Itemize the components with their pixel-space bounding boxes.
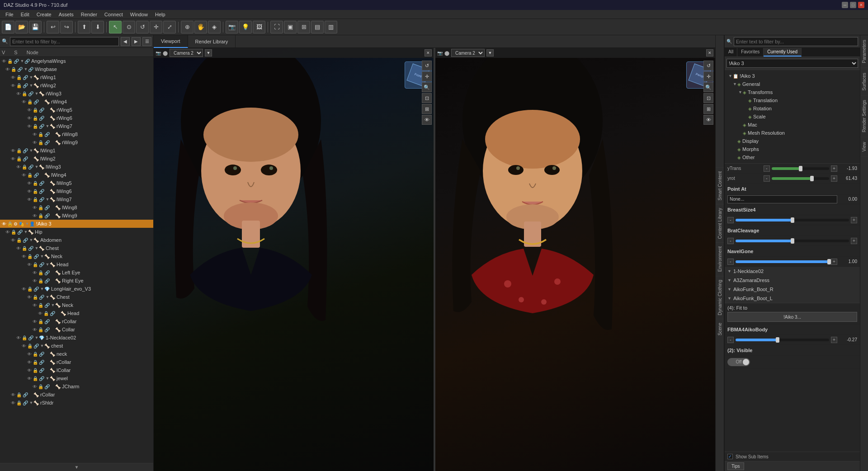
render-preview[interactable]: 🖼 [253,21,265,33]
body-handle[interactable]: 🖐 [194,21,207,33]
tree-item-rcollar[interactable]: 👁🔒🔗 🦴 rCollar [0,317,153,325]
tree-item-rwing5[interactable]: 👁🔒🔗 🦴 rWing5 [0,106,153,114]
params-node-translation[interactable]: ◈ Translation [727,96,857,104]
params-tab-all[interactable]: All [725,48,737,57]
navelgone-minus[interactable]: - [727,259,734,265]
fbma-plus[interactable]: + [831,337,837,343]
tree-item-abdomen[interactable]: 👁🔒🔗 ▼🦴 Abdomen [0,236,153,244]
bratcleavage-track[interactable] [736,240,849,242]
tree-item-longhair[interactable]: 👁🔒🔗 ▼💎 LongHair_evo_V3 [0,285,153,293]
fbma-minus[interactable]: - [727,337,734,343]
vp-frame-right[interactable]: ⊡ [703,93,713,103]
yrot-track[interactable] [772,177,829,180]
rotate-tool[interactable]: ↺ [136,21,149,33]
tree-item-rwing7[interactable]: 👁🔒🔗 ▼🦴 rWing7 [0,122,153,130]
new-button[interactable]: 📄 [2,21,14,33]
import-button[interactable]: ⬆ [78,21,90,33]
tree-item-hip[interactable]: 👁🔒🔗 ▼🦴 Hip [0,228,153,236]
menu-render[interactable]: Render [77,10,101,19]
params-node-general[interactable]: ▼ ◈ General [727,80,857,88]
tab-content-library[interactable]: Content Library [716,204,724,242]
export-button[interactable]: ⬇ [91,21,104,33]
scale-tool[interactable]: ⤢ [163,21,176,33]
params-tab-favorites[interactable]: Favorites [737,48,764,57]
tree-item-neck[interactable]: 👁🔒🔗 ▼🦴 Neck [0,252,153,260]
params-node-morphs[interactable]: ◈ Morphs [727,145,857,153]
minimize-button[interactable]: ─ [842,2,848,8]
vp-zoom-button[interactable]: 🔍 [422,82,432,92]
related-boot-l-header[interactable]: ▼ AikoFunk_Boot_L [725,294,860,303]
camera-select-left[interactable]: Camera 2 [170,49,203,57]
yrot-handle[interactable] [810,176,814,181]
translate-tool[interactable]: ✛ [150,21,162,33]
tree-item-rwing6[interactable]: 👁🔒🔗 🦴 rWing6 [0,114,153,122]
tree-item-rcollar3[interactable]: 👁🔒🔗 🦴 rCollar [0,391,153,399]
create-camera[interactable]: 📷 [226,21,238,33]
visible-toggle[interactable]: Off [727,358,750,366]
undo-button[interactable]: ↩ [47,21,59,33]
tree-item-head[interactable]: 👁🔒🔗 ▼🦴 Head [0,260,153,268]
navelgone-handle[interactable] [827,259,831,264]
ytrans-handle[interactable] [799,166,802,171]
tips-button[interactable]: Tips [727,462,744,470]
tab-scene[interactable]: Scene [716,319,724,339]
menu-connect[interactable]: Connect [101,10,127,19]
universal-tool[interactable]: ⊕ [181,21,193,33]
tree-item-rshldr[interactable]: 👁🔒🔗 ▼🦴 rShldr [0,399,153,407]
vp-close-left[interactable]: ✕ [425,49,432,57]
menu-help[interactable]: Help [151,10,169,19]
tree-item-chest[interactable]: 👁🔒🔗 ▼🦴 Chest [0,244,153,252]
tree-item-righteye[interactable]: 👁🔒🔗 🦴 Right Eye [0,277,153,285]
tree-item-necklace[interactable]: 👁🔒🔗 ▼💎 1-Necklace02 [0,334,153,342]
params-node-other[interactable]: ◈ Other [727,153,857,161]
tree-item-rwing4[interactable]: 👁🔒🔗 🦴 rWing4 [0,98,153,106]
fbma-track[interactable] [736,339,829,341]
tree-item-lcollar2[interactable]: 👁🔒🔗 🦴 lCollar [0,366,153,374]
yrot-minus[interactable]: - [764,175,770,182]
redo-button[interactable]: ↪ [60,21,73,33]
tree-item-lefteye[interactable]: 👁🔒🔗 🦴 Left Eye [0,268,153,277]
scene-menu-button[interactable]: ☰ [142,37,151,46]
select-button[interactable]: ↖ [109,21,122,33]
tree-item-rwing3[interactable]: 👁🔒🔗 ▼🦴 rWing3 [0,89,153,98]
tab-smart-content[interactable]: Smart Content [716,167,724,204]
search-next-button[interactable]: ▶ [132,37,141,46]
navelgone-track[interactable] [736,260,829,263]
tree-item-rcollar2[interactable]: 👁🔒🔗 🦴 rCollar [0,358,153,366]
tab-viewport[interactable]: Viewport [154,35,188,48]
tab-environment[interactable]: Environment [716,242,724,275]
tree-item-chest-n[interactable]: 👁🔒🔗 ▼🦴 chest [0,342,153,350]
menu-window[interactable]: Window [127,10,151,19]
tree-item-neck2[interactable]: 👁🔒🔗 ▼🦴 Neck [0,301,153,309]
params-node-mesh-res[interactable]: ◈ Mesh Resolution [727,129,857,137]
expand-view[interactable]: ⛶ [270,21,283,33]
maximize-button[interactable]: □ [850,2,856,8]
menu-assets[interactable]: Assets [55,10,77,19]
vp-perspective-button[interactable]: 👁 [422,115,432,125]
fbma-handle[interactable] [776,337,779,343]
rtab-render-settings[interactable]: Render Settings [860,95,868,137]
breastsize4-handle[interactable] [791,217,794,223]
bratcleavage-minus[interactable]: - [727,238,734,244]
ytrans-minus[interactable]: - [764,165,770,172]
create-light[interactable]: 💡 [239,21,252,33]
related-zamara-header[interactable]: ▼ A3ZamaraDress [725,276,860,285]
yrot-plus[interactable]: + [831,175,837,182]
tree-item-lwing1[interactable]: 👁🔒🔗 ▼🦴 lWing1 [0,146,153,155]
search-prev-button[interactable]: ◀ [121,37,130,46]
rtab-view[interactable]: View [860,137,868,157]
tree-item-rwing9[interactable]: 👁🔒🔗 🦴 rWing9 [0,138,153,146]
params-node-transforms[interactable]: ▼ ◈ Transforms [727,88,857,96]
rtab-parameters[interactable]: Parameters [860,35,868,68]
ytrans-plus[interactable]: + [831,165,837,172]
tree-item-head2[interactable]: 👁🔒🔗 🦴 Head [0,309,153,317]
breastsize4-track[interactable] [736,219,849,221]
four-view[interactable]: ⊞ [297,21,310,33]
rtab-surfaces[interactable]: Surfaces [860,68,868,95]
params-node-rotation[interactable]: ◈ Rotation [727,104,857,113]
tree-item-neck-n[interactable]: 👁🔒🔗 🦴 neck [0,350,153,358]
vp-frameall-right[interactable]: ⊞ [703,104,713,114]
params-node-iaiko3[interactable]: ▼ 📋 !Aiko 3 [727,72,857,80]
related-section-header[interactable]: ▼ 1-Necklace02 [725,267,860,276]
breastsize4-minus[interactable]: - [727,217,734,223]
